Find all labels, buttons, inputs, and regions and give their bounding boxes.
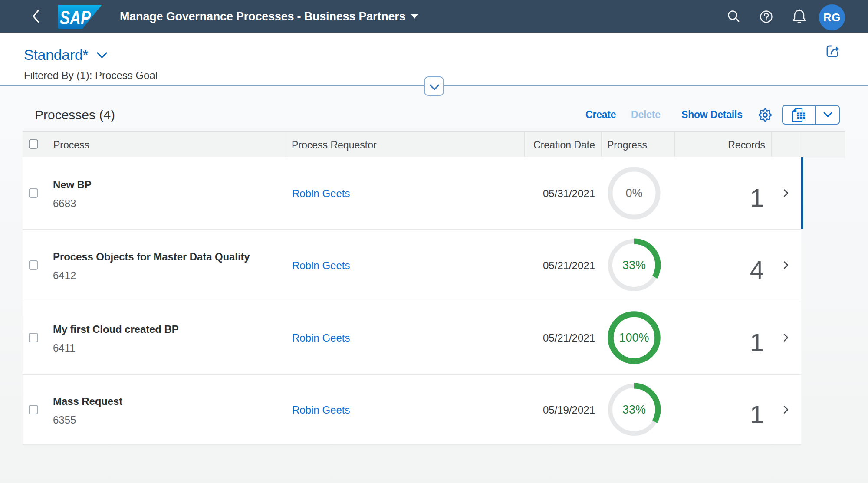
svg-text:100%: 100% [619, 331, 649, 344]
svg-text:33%: 33% [622, 403, 646, 416]
svg-text:SAP: SAP [60, 7, 91, 28]
svg-text:33%: 33% [622, 259, 646, 272]
svg-text:0%: 0% [625, 187, 642, 200]
